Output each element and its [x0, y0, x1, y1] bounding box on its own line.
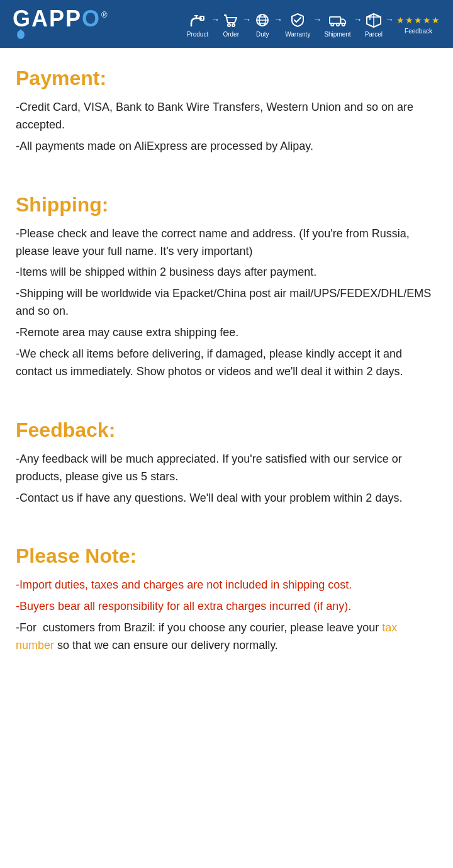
parcel-label: Parcel [365, 31, 383, 38]
logo-o: O [82, 6, 101, 31]
feedback-body: -Any feedback will be much appreciated. … [16, 451, 437, 507]
arrow-6: → [385, 14, 394, 35]
nav-step-warranty[interactable]: Warranty [285, 12, 310, 38]
shield-icon [289, 12, 306, 28]
shipping-line-5: -We check all items before delivering, i… [16, 346, 437, 381]
feedback-line-1: -Any feedback will be much appreciated. … [16, 451, 437, 486]
please-note-body: -Import duties, taxes and charges are no… [16, 577, 437, 655]
shipping-line-3: -Shipping will be worldwide via Epacket/… [16, 285, 437, 320]
nav-step-order[interactable]: Order [222, 12, 240, 38]
payment-line-1: -Credit Card, VISA, Bank to Bank Wire Tr… [16, 99, 437, 134]
logo-text: GAPPO [13, 8, 101, 30]
feedback-line-2: -Contact us if have any questions. We'll… [16, 490, 437, 507]
faucet-icon [189, 12, 206, 28]
shipping-line-2: -Items will be shipped within 2 business… [16, 264, 437, 281]
nav-step-parcel[interactable]: Parcel [365, 12, 383, 38]
product-label: Product [187, 31, 208, 38]
svg-point-14 [336, 23, 338, 25]
arrow-2: → [242, 14, 251, 35]
nav-step-product[interactable]: Product [187, 12, 208, 38]
nav-step-feedback[interactable]: ★★★★★ Feedback [396, 15, 440, 35]
note-line-2: -Buyers bear all responsibility for all … [16, 598, 437, 616]
arrow-1: → [211, 14, 220, 35]
payment-title: Payment: [16, 67, 437, 90]
shipping-title: Shipping: [16, 193, 437, 217]
payment-line-2: -All payments made on AliExpress are pro… [16, 138, 437, 155]
duty-label: Duty [256, 31, 269, 38]
feedback-label: Feedback [405, 28, 432, 35]
truck-icon [329, 12, 347, 28]
svg-point-13 [331, 23, 333, 25]
please-note-title: Please Note: [16, 544, 437, 568]
logo-area: GAPPO ® [13, 8, 108, 42]
shipping-body: -Please check and leave the correct name… [16, 225, 437, 381]
logo-registered: ® [101, 10, 108, 20]
feedback-title: Feedback: [16, 419, 437, 442]
order-label: Order [223, 31, 239, 38]
svg-point-6 [232, 24, 235, 26]
main-content: Payment: -Credit Card, VISA, Bank to Ban… [0, 48, 453, 686]
shipping-line-4: -Remote area may cause extra shipping fe… [16, 324, 437, 342]
arrow-4: → [313, 14, 322, 35]
shipping-section: Shipping: -Please check and leave the co… [16, 193, 437, 381]
svg-point-15 [342, 23, 344, 25]
tax-number-link: tax number [16, 621, 397, 651]
shipment-label: Shipment [324, 31, 350, 38]
stars-icon: ★★★★★ [396, 15, 440, 25]
nav-step-duty[interactable]: Duty [254, 12, 271, 38]
nav-step-shipment[interactable]: Shipment [324, 12, 350, 38]
arrow-5: → [354, 14, 362, 35]
page-header: GAPPO ® Product → [0, 0, 453, 48]
note-line-1: -Import duties, taxes and charges are no… [16, 577, 437, 594]
note-line-3: -For customers from Brazil: if you choos… [16, 619, 437, 655]
nav-steps: Product → Order → Duty → [126, 12, 440, 38]
box-icon [365, 12, 383, 28]
svg-point-5 [228, 24, 230, 26]
globe-icon [254, 12, 271, 28]
arrow-3: → [274, 14, 282, 35]
please-note-section: Please Note: -Import duties, taxes and c… [16, 544, 437, 655]
logo-drop-icon [14, 28, 28, 39]
payment-body: -Credit Card, VISA, Bank to Bank Wire Tr… [16, 99, 437, 155]
warranty-label: Warranty [285, 31, 310, 38]
cart-icon [222, 12, 240, 28]
shipping-line-1: -Please check and leave the correct name… [16, 225, 437, 261]
payment-section: Payment: -Credit Card, VISA, Bank to Ban… [16, 67, 437, 155]
svg-rect-12 [329, 16, 340, 23]
feedback-section: Feedback: -Any feedback will be much app… [16, 419, 437, 507]
